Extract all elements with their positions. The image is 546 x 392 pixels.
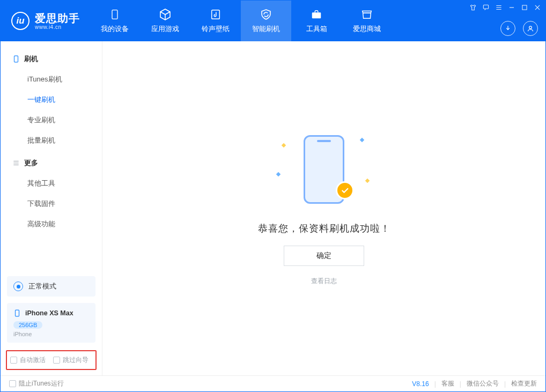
sidebar-group-title: 更多 [12, 155, 90, 171]
cube-icon [159, 8, 172, 21]
sidebar-item-other-tools[interactable]: 其他工具 [12, 173, 90, 194]
tab-label: 应用游戏 [151, 24, 179, 34]
brand-title: 爱思助手 [35, 12, 80, 24]
checkbox-label: 阻止iTunes运行 [19, 380, 64, 387]
success-illustration [276, 131, 372, 211]
sidebar-item-itunes-flash[interactable]: iTunes刷机 [12, 69, 90, 90]
check-update-link[interactable]: 检查更新 [511, 379, 537, 388]
tab-my-device[interactable]: 我的设备 [90, 1, 140, 41]
brand-logo-icon: iu [11, 12, 29, 30]
tab-label: 爱思商城 [353, 24, 381, 34]
content: 恭喜您，保资料刷机成功啦！ 确定 查看日志 [102, 41, 545, 375]
sidebar-item-oneclick-flash[interactable]: 一键刷机 [12, 90, 90, 110]
sparkle-icon [360, 138, 364, 142]
device-name: iPhone XS Max [25, 309, 73, 317]
phone-icon [108, 8, 121, 21]
check-badge-icon [336, 181, 354, 199]
briefcase-icon [310, 8, 323, 21]
tab-label: 智能刷机 [252, 24, 280, 34]
sparkle-icon [282, 143, 286, 147]
separator: | [504, 380, 506, 388]
user-icon[interactable] [523, 21, 538, 36]
flash-options-highlight: 自动激活 跳过向导 [6, 350, 97, 370]
shop-icon [360, 8, 373, 21]
refresh-shield-icon [260, 8, 272, 21]
main: 刷机 iTunes刷机 一键刷机 专业刷机 批量刷机 更多 其他工具 下载固件 … [1, 41, 545, 375]
sidebar-group-title: 刷机 [12, 51, 90, 67]
ok-button[interactable]: 确定 [284, 246, 364, 266]
svg-rect-3 [483, 5, 488, 9]
tab-store[interactable]: 爱思商城 [342, 1, 392, 41]
list-icon [12, 159, 20, 167]
checkbox-label: 自动激活 [20, 356, 46, 364]
sidebar-item-pro-flash[interactable]: 专业刷机 [12, 110, 90, 130]
version-label: V8.16 [412, 380, 429, 388]
checkbox-block-itunes[interactable]: 阻止iTunes运行 [9, 379, 64, 388]
sidebar-group-more: 更多 其他工具 下载固件 高级功能 [1, 155, 102, 234]
sidebar-item-download-firmware[interactable]: 下载固件 [12, 194, 90, 214]
success-message: 恭喜您，保资料刷机成功啦！ [258, 222, 390, 235]
menu-icon[interactable] [495, 4, 503, 11]
minimize-icon[interactable] [508, 4, 515, 11]
sidebar-title-text: 更多 [24, 158, 38, 168]
footer: 阻止iTunes运行 V8.16 | 客服 | 微信公众号 | 检查更新 [1, 375, 545, 391]
mode-card[interactable]: 正常模式 [7, 276, 95, 297]
svg-rect-2 [312, 12, 321, 18]
separator: | [460, 380, 461, 388]
device-type: iPhone [13, 331, 89, 337]
maximize-icon[interactable] [521, 4, 528, 11]
svg-rect-4 [522, 5, 527, 10]
mode-status-icon [13, 282, 23, 291]
music-note-icon [209, 8, 222, 21]
tshirt-icon[interactable] [469, 4, 477, 11]
svg-point-5 [529, 26, 532, 29]
sidebar-title-text: 刷机 [24, 54, 38, 64]
phone-outline-icon [12, 54, 20, 64]
window-controls [469, 4, 541, 11]
tab-label: 工具箱 [306, 24, 327, 34]
checkbox-skip-guide[interactable]: 跳过向导 [53, 356, 88, 365]
sidebar-item-advanced[interactable]: 高级功能 [12, 214, 90, 234]
device-phone-icon [13, 308, 21, 318]
sidebar-group-flash: 刷机 iTunes刷机 一键刷机 专业刷机 批量刷机 [1, 51, 102, 151]
sidebar-item-batch-flash[interactable]: 批量刷机 [12, 130, 90, 151]
view-log-link[interactable]: 查看日志 [311, 277, 337, 286]
customer-service-link[interactable]: 客服 [441, 379, 454, 388]
device-storage-pill: 256GB [13, 321, 42, 329]
brand-subtitle: www.i4.cn [35, 24, 80, 30]
brand: iu 爱思助手 www.i4.cn [1, 1, 90, 41]
tab-label: 我的设备 [101, 24, 129, 34]
close-icon[interactable] [534, 4, 541, 11]
svg-rect-6 [14, 56, 18, 62]
wechat-link[interactable]: 微信公众号 [467, 379, 499, 388]
sparkle-icon [365, 179, 370, 183]
tab-label: 铃声壁纸 [202, 24, 230, 34]
tab-ringtone-wallpaper[interactable]: 铃声壁纸 [190, 1, 241, 41]
separator: | [434, 380, 436, 388]
svg-rect-7 [16, 310, 19, 316]
tab-smart-flash[interactable]: 智能刷机 [241, 1, 291, 41]
tab-bar: 我的设备 应用游戏 铃声壁纸 智能刷机 工具箱 爱思商城 [90, 1, 392, 41]
topbar: iu 爱思助手 www.i4.cn 我的设备 应用游戏 铃声壁纸 智能刷机 工具… [1, 1, 545, 41]
tab-toolbox[interactable]: 工具箱 [291, 1, 342, 41]
svg-rect-0 [112, 10, 117, 19]
device-card[interactable]: iPhone XS Max 256GB iPhone [7, 303, 95, 343]
download-icon[interactable] [500, 21, 515, 36]
sparkle-icon [276, 172, 281, 176]
checkbox-auto-activate[interactable]: 自动激活 [10, 356, 46, 365]
tab-apps-games[interactable]: 应用游戏 [140, 1, 190, 41]
mode-label: 正常模式 [28, 282, 56, 291]
sidebar: 刷机 iTunes刷机 一键刷机 专业刷机 批量刷机 更多 其他工具 下载固件 … [1, 41, 102, 375]
svg-rect-1 [212, 10, 220, 19]
feedback-icon[interactable] [482, 4, 490, 11]
checkbox-label: 跳过向导 [63, 356, 88, 364]
user-icons [500, 21, 538, 36]
